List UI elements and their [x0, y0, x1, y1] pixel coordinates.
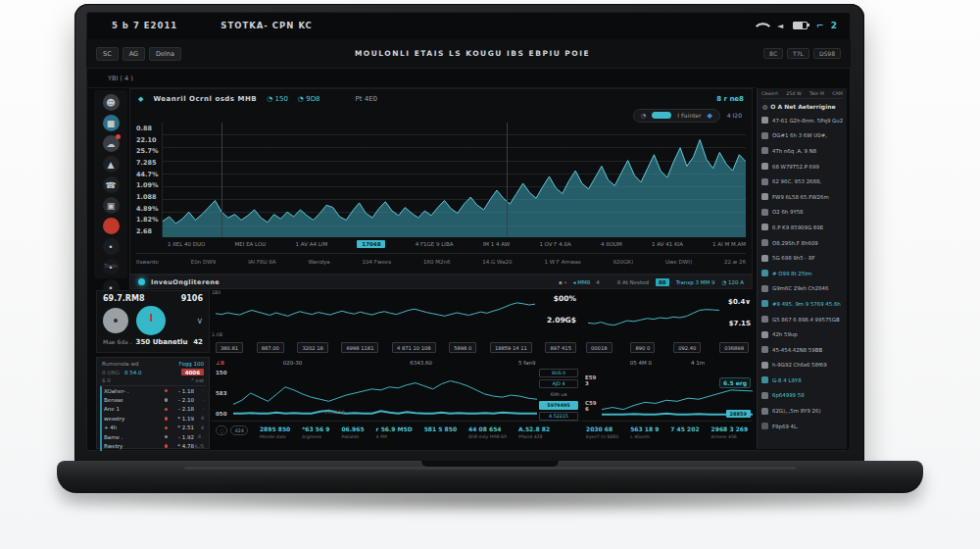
side-box[interactable]: 4.52215	[539, 412, 578, 421]
chevron-down-icon[interactable]: ∨	[196, 316, 203, 325]
x-axis-tick[interactable]: IM 1 4 AW	[483, 241, 511, 247]
table-row[interactable]: + 4h * 2.51 4	[102, 424, 206, 432]
menubar-chip[interactable]: T7L	[787, 48, 809, 59]
legend-pillbox[interactable]: ◔ I Fainter ◆	[633, 109, 720, 123]
alert-badge[interactable]: 4006	[181, 369, 204, 375]
rail-icon[interactable]: ☻	[103, 94, 120, 111]
value-box[interactable]: 890 0	[630, 342, 655, 353]
filter-right[interactable]: ° est	[191, 377, 204, 383]
table-row[interactable]: Ane 1 - 2.18 ·	[102, 405, 206, 414]
sidebar-list-item[interactable]: 62G),.,5m 8Y9 26)	[761, 403, 843, 419]
sidebar-list-item[interactable]: 6p64999 58	[761, 388, 843, 404]
breadcrumb[interactable]: YBI ( 4 )	[108, 75, 133, 82]
x-axis-tick[interactable]: 1 AV A4 LIM	[296, 241, 328, 247]
rail-icon[interactable]: ■	[103, 115, 120, 131]
sidebar-list-item[interactable]: G-8 4 L9Y8	[761, 373, 843, 388]
sidebar-list-item[interactable]: O2 6h 9Y58	[761, 205, 843, 221]
divider-tag[interactable]: ◔ 120 A	[721, 279, 744, 285]
sidebar-list-item[interactable]: 62 96C. 953 2688,	[761, 174, 843, 189]
value-box[interactable]: 5898 0	[449, 342, 476, 353]
x-axis-tick[interactable]: 1 AI M M.AM	[712, 241, 746, 247]
divider-tag[interactable]: Transp 3 MM 9	[676, 279, 715, 285]
stat-chip[interactable]: ◌	[216, 425, 227, 435]
sidebar-mini-item[interactable]: Tale M	[809, 91, 824, 96]
menu-tab[interactable]: Delna	[149, 47, 181, 61]
x-axis-tick[interactable]: 1 OV F 4.8A	[539, 241, 570, 247]
value-box[interactable]: 380.81	[216, 342, 243, 353]
x-axis-tick[interactable]: 1 8EL 40 DUO	[168, 241, 205, 247]
tab-right[interactable]: Fogg 100	[178, 361, 204, 367]
sidebar-list-item[interactable]: 45-454.42N8 59BB	[761, 342, 843, 358]
rail-icon[interactable]: ☎	[103, 176, 120, 193]
x-axis-tick[interactable]: 4 F1GE 9 LIBA	[416, 241, 454, 247]
value-box[interactable]: 092.40	[673, 342, 701, 353]
side-box[interactable]: 5979495	[539, 401, 578, 410]
menu-tab[interactable]: AG	[122, 47, 145, 61]
table-row[interactable]: wesstry * 1.19 4	[102, 414, 206, 423]
value-box[interactable]: 897 415	[545, 342, 575, 353]
value-box[interactable]: 18859 14 11	[490, 342, 532, 353]
x-axis-tick[interactable]: 1 AV 41 KIA	[652, 241, 683, 247]
chart-chip-1[interactable]: ◔ 150	[267, 95, 288, 103]
value-box[interactable]: 4 871 10 108	[392, 342, 436, 353]
mid-sparkline[interactable]	[216, 292, 535, 333]
table-row[interactable]: XOaher- . - 1.18 ·	[102, 386, 206, 395]
divider-tag[interactable]: 8 At Nested	[617, 279, 649, 285]
side-box[interactable]: 69h ua	[539, 390, 578, 399]
wifi-icon[interactable]	[756, 18, 771, 33]
sidebar-list-item[interactable]: #9 495. 9m 9 5769 45.6h	[761, 296, 843, 312]
sidebar-list-item[interactable]: # O99 8t 25tm	[761, 266, 843, 281]
x-axis-tick[interactable]: 17048	[357, 240, 385, 248]
menubar-chip[interactable]: 8C	[763, 48, 783, 59]
sidebar-list-item[interactable]: FW9 6L58 65.FW26m	[761, 189, 843, 205]
main-plot[interactable]	[162, 123, 746, 237]
x-axis-tick[interactable]: MEI EA LOU	[235, 241, 267, 247]
value-box[interactable]: 887.00	[257, 342, 284, 353]
gauge-grey[interactable]	[103, 308, 128, 333]
rail-icon[interactable]: •	[103, 238, 120, 255]
x-axis-tick[interactable]: 4 8OUM	[601, 241, 622, 247]
chart-chip-2[interactable]: ◔ 9D8	[298, 95, 320, 103]
table-row[interactable]: Bensse - 2.10 ·	[102, 395, 206, 404]
sidebar-list-item[interactable]: 5G 698 9h5 - 8F	[761, 250, 843, 266]
sidebar-list-item[interactable]: F9p69 4L.	[761, 419, 843, 434]
filter-left[interactable]: $ 0	[102, 377, 111, 383]
sidebar-list-item[interactable]: h-9G92 Ch6s6 58f69	[761, 358, 843, 374]
network-indicator[interactable]: ⌐ 2	[816, 21, 839, 30]
side-box[interactable]: 8US 0	[539, 369, 578, 377]
sidebar-list-item[interactable]: 4Th n6q .A. 9 N8	[761, 143, 843, 159]
sidebar-list-item[interactable]: 42h 59up	[761, 326, 843, 342]
table-row[interactable]: Bame . - 1.92 8 .	[102, 432, 206, 441]
sidebar-mini-item[interactable]: 25d W	[786, 91, 801, 96]
rail-icon[interactable]: ▣	[103, 197, 120, 214]
bottom-right-plot[interactable]: 6.5 erg 28859	[602, 368, 753, 419]
sidebar-list-item[interactable]: OG#1 6h 3 6W U0#,	[761, 128, 843, 144]
value-box[interactable]: 3202 18	[297, 342, 327, 353]
gauge-teal[interactable]	[136, 306, 166, 335]
divider-control[interactable]: 4	[596, 279, 600, 285]
volume-icon[interactable]: ◄	[777, 22, 784, 30]
side-box[interactable]: AJD 4	[539, 379, 578, 388]
divider-control[interactable]: ◂ MM8	[573, 279, 591, 285]
chart-new-badge[interactable]: 8 r ne8	[716, 95, 744, 103]
value-box[interactable]: 6998 1181	[341, 342, 378, 353]
sidebar-list-item[interactable]: G9m6C 29sh Ch2646	[761, 281, 843, 297]
value-box[interactable]: 036898	[719, 342, 749, 353]
sidebar-mini-item[interactable]: Cawert	[761, 91, 778, 96]
baseline-chip[interactable]: 28859	[726, 410, 751, 418]
bottom-mid-plot[interactable]: 39/50/50	[233, 368, 537, 419]
right-sparkline[interactable]	[588, 296, 719, 333]
divider-tag[interactable]: 88	[656, 278, 669, 286]
stat-chip[interactable]: 424	[230, 425, 248, 435]
rail-icon[interactable]: ☁	[103, 135, 120, 152]
divider-control[interactable]: ▪ ∙	[559, 279, 567, 285]
range-pill[interactable]	[652, 112, 671, 119]
menu-tab[interactable]: SC	[96, 47, 119, 61]
tab-left[interactable]: Rumensta wd	[102, 361, 138, 367]
rail-icon[interactable]: ▲	[103, 156, 120, 173]
sidebar-list-item[interactable]: 6.P K9 85909G 89E	[761, 220, 843, 235]
sidebar-mini-item[interactable]: CAM	[832, 91, 843, 96]
sidebar-list-item[interactable]: 68 W79T52.P 699	[761, 159, 843, 175]
table-row[interactable]: Rwetry * 4.78 6./5	[102, 441, 206, 450]
menubar-chip[interactable]: DS98	[813, 48, 841, 59]
